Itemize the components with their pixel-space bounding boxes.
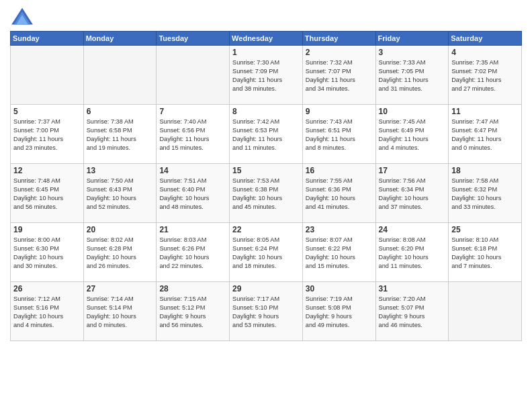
day-number: 6	[87, 107, 154, 116]
day-number: 18	[451, 166, 519, 175]
day-info: Sunrise: 7:55 AM Sunset: 6:36 PM Dayligh…	[306, 177, 373, 212]
calendar-cell: 24Sunrise: 8:08 AM Sunset: 6:20 PM Dayli…	[375, 223, 449, 282]
day-info: Sunrise: 7:15 AM Sunset: 5:12 PM Dayligh…	[159, 295, 226, 330]
weekday-header: Saturday	[449, 32, 522, 46]
logo	[10, 7, 37, 27]
day-info: Sunrise: 7:19 AM Sunset: 5:08 PM Dayligh…	[306, 295, 373, 330]
day-info: Sunrise: 7:14 AM Sunset: 5:14 PM Dayligh…	[87, 295, 154, 330]
calendar-cell: 10Sunrise: 7:45 AM Sunset: 6:49 PM Dayli…	[375, 105, 449, 164]
calendar-cell: 31Sunrise: 7:20 AM Sunset: 5:07 PM Dayli…	[375, 282, 449, 341]
calendar-cell	[83, 46, 157, 105]
calendar-cell: 30Sunrise: 7:19 AM Sunset: 5:08 PM Dayli…	[302, 282, 375, 341]
calendar-cell: 7Sunrise: 7:40 AM Sunset: 6:56 PM Daylig…	[157, 105, 230, 164]
calendar-cell: 2Sunrise: 7:32 AM Sunset: 7:07 PM Daylig…	[302, 46, 375, 105]
weekday-header: Sunday	[11, 32, 84, 46]
day-number: 16	[306, 166, 373, 175]
weekday-header: Friday	[375, 32, 449, 46]
logo-icon	[10, 7, 34, 27]
day-info: Sunrise: 8:03 AM Sunset: 6:26 PM Dayligh…	[159, 236, 226, 271]
calendar-cell: 25Sunrise: 8:10 AM Sunset: 6:18 PM Dayli…	[449, 223, 522, 282]
day-number: 13	[87, 166, 154, 175]
weekday-header: Thursday	[302, 32, 375, 46]
day-info: Sunrise: 7:47 AM Sunset: 6:47 PM Dayligh…	[451, 118, 519, 152]
day-number: 22	[232, 225, 300, 234]
day-info: Sunrise: 8:05 AM Sunset: 6:24 PM Dayligh…	[232, 236, 300, 271]
calendar-table: SundayMondayTuesdayWednesdayThursdayFrid…	[10, 31, 522, 341]
header	[10, 7, 522, 27]
calendar-cell: 8Sunrise: 7:42 AM Sunset: 6:53 PM Daylig…	[230, 105, 303, 164]
day-number: 1	[232, 48, 300, 57]
day-info: Sunrise: 7:30 AM Sunset: 7:09 PM Dayligh…	[232, 58, 300, 93]
weekday-header: Wednesday	[230, 32, 303, 46]
day-info: Sunrise: 7:12 AM Sunset: 5:16 PM Dayligh…	[13, 295, 81, 330]
day-info: Sunrise: 7:43 AM Sunset: 6:51 PM Dayligh…	[306, 118, 373, 152]
calendar-cell: 4Sunrise: 7:35 AM Sunset: 7:02 PM Daylig…	[449, 46, 522, 105]
day-number: 10	[379, 107, 446, 116]
day-number: 28	[159, 284, 226, 293]
day-info: Sunrise: 7:33 AM Sunset: 7:05 PM Dayligh…	[379, 58, 446, 93]
calendar-cell: 18Sunrise: 7:58 AM Sunset: 6:32 PM Dayli…	[449, 164, 522, 223]
day-info: Sunrise: 7:50 AM Sunset: 6:43 PM Dayligh…	[87, 177, 154, 212]
day-number: 20	[87, 225, 154, 234]
day-number: 7	[159, 107, 226, 116]
day-number: 5	[13, 107, 81, 116]
calendar-cell: 11Sunrise: 7:47 AM Sunset: 6:47 PM Dayli…	[449, 105, 522, 164]
day-info: Sunrise: 7:51 AM Sunset: 6:40 PM Dayligh…	[159, 177, 226, 212]
day-number: 11	[451, 107, 519, 116]
calendar-cell	[449, 282, 522, 341]
calendar-cell: 27Sunrise: 7:14 AM Sunset: 5:14 PM Dayli…	[83, 282, 157, 341]
weekday-header: Monday	[83, 32, 157, 46]
calendar-week-row: 1Sunrise: 7:30 AM Sunset: 7:09 PM Daylig…	[11, 46, 522, 105]
weekday-header: Tuesday	[157, 32, 230, 46]
day-info: Sunrise: 7:37 AM Sunset: 7:00 PM Dayligh…	[13, 118, 81, 152]
day-info: Sunrise: 8:00 AM Sunset: 6:30 PM Dayligh…	[13, 236, 81, 271]
calendar-cell: 16Sunrise: 7:55 AM Sunset: 6:36 PM Dayli…	[302, 164, 375, 223]
calendar-cell: 28Sunrise: 7:15 AM Sunset: 5:12 PM Dayli…	[157, 282, 230, 341]
calendar-cell: 5Sunrise: 7:37 AM Sunset: 7:00 PM Daylig…	[11, 105, 84, 164]
calendar-week-row: 19Sunrise: 8:00 AM Sunset: 6:30 PM Dayli…	[11, 223, 522, 282]
calendar-week-row: 12Sunrise: 7:48 AM Sunset: 6:45 PM Dayli…	[11, 164, 522, 223]
calendar-week-row: 5Sunrise: 7:37 AM Sunset: 7:00 PM Daylig…	[11, 105, 522, 164]
day-number: 23	[306, 225, 373, 234]
day-number: 19	[13, 225, 81, 234]
weekday-header-row: SundayMondayTuesdayWednesdayThursdayFrid…	[11, 32, 522, 46]
day-number: 21	[159, 225, 226, 234]
calendar-cell: 19Sunrise: 8:00 AM Sunset: 6:30 PM Dayli…	[11, 223, 84, 282]
calendar-cell: 9Sunrise: 7:43 AM Sunset: 6:51 PM Daylig…	[302, 105, 375, 164]
day-info: Sunrise: 7:38 AM Sunset: 6:58 PM Dayligh…	[87, 118, 154, 152]
calendar-week-row: 26Sunrise: 7:12 AM Sunset: 5:16 PM Dayli…	[11, 282, 522, 341]
calendar-cell: 14Sunrise: 7:51 AM Sunset: 6:40 PM Dayli…	[157, 164, 230, 223]
day-info: Sunrise: 7:48 AM Sunset: 6:45 PM Dayligh…	[13, 177, 81, 212]
day-number: 8	[232, 107, 300, 116]
calendar-cell: 23Sunrise: 8:07 AM Sunset: 6:22 PM Dayli…	[302, 223, 375, 282]
calendar-cell: 6Sunrise: 7:38 AM Sunset: 6:58 PM Daylig…	[83, 105, 157, 164]
calendar-cell: 17Sunrise: 7:56 AM Sunset: 6:34 PM Dayli…	[375, 164, 449, 223]
day-info: Sunrise: 7:45 AM Sunset: 6:49 PM Dayligh…	[379, 118, 446, 152]
day-info: Sunrise: 7:17 AM Sunset: 5:10 PM Dayligh…	[232, 295, 300, 330]
day-number: 30	[306, 284, 373, 293]
day-info: Sunrise: 7:35 AM Sunset: 7:02 PM Dayligh…	[451, 58, 519, 93]
calendar-cell: 26Sunrise: 7:12 AM Sunset: 5:16 PM Dayli…	[11, 282, 84, 341]
day-number: 3	[379, 48, 446, 57]
day-number: 12	[13, 166, 81, 175]
calendar-cell	[157, 46, 230, 105]
day-number: 25	[451, 225, 519, 234]
day-info: Sunrise: 7:42 AM Sunset: 6:53 PM Dayligh…	[232, 118, 300, 152]
day-info: Sunrise: 7:32 AM Sunset: 7:07 PM Dayligh…	[306, 58, 373, 93]
day-number: 17	[379, 166, 446, 175]
day-info: Sunrise: 7:56 AM Sunset: 6:34 PM Dayligh…	[379, 177, 446, 212]
day-number: 27	[87, 284, 154, 293]
calendar-cell: 3Sunrise: 7:33 AM Sunset: 7:05 PM Daylig…	[375, 46, 449, 105]
day-number: 26	[13, 284, 81, 293]
calendar-cell: 21Sunrise: 8:03 AM Sunset: 6:26 PM Dayli…	[157, 223, 230, 282]
calendar-cell: 12Sunrise: 7:48 AM Sunset: 6:45 PM Dayli…	[11, 164, 84, 223]
day-number: 4	[451, 48, 519, 57]
day-info: Sunrise: 7:40 AM Sunset: 6:56 PM Dayligh…	[159, 118, 226, 152]
day-number: 31	[379, 284, 446, 293]
calendar-cell: 15Sunrise: 7:53 AM Sunset: 6:38 PM Dayli…	[230, 164, 303, 223]
page-container: SundayMondayTuesdayWednesdayThursdayFrid…	[0, 0, 532, 345]
day-info: Sunrise: 8:08 AM Sunset: 6:20 PM Dayligh…	[379, 236, 446, 271]
day-info: Sunrise: 8:10 AM Sunset: 6:18 PM Dayligh…	[451, 236, 519, 271]
day-number: 29	[232, 284, 300, 293]
calendar-cell	[11, 46, 84, 105]
